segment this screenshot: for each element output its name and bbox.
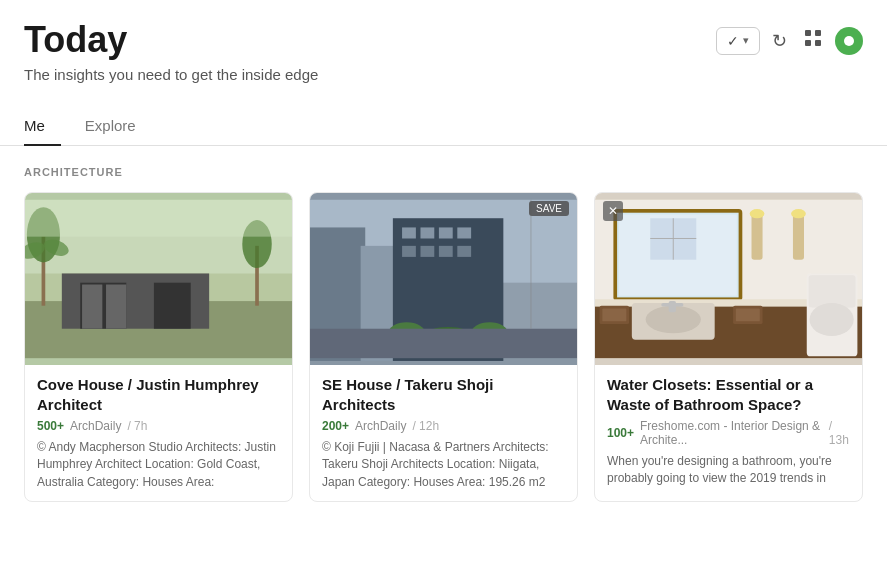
svg-rect-25 xyxy=(420,227,434,238)
architecture-section: ARCHITECTURE xyxy=(0,146,887,503)
svg-rect-60 xyxy=(809,275,856,307)
status-indicator[interactable] xyxy=(835,27,863,55)
tab-explore[interactable]: Explore xyxy=(85,107,152,146)
svg-rect-35 xyxy=(310,328,577,357)
svg-rect-11 xyxy=(106,284,126,328)
card-2-illustration xyxy=(310,193,577,365)
card-2-source: ArchDaily xyxy=(355,419,406,433)
card-2-meta: 200+ ArchDaily / 12h xyxy=(322,419,565,433)
svg-rect-31 xyxy=(457,245,471,256)
page-header: Today The insights you need to get the i… xyxy=(0,0,887,83)
card-1-title: Cove House / Justin Humphrey Architect xyxy=(37,375,280,416)
card-1-illustration xyxy=(25,193,292,365)
card-1-description: © Andy Macpherson Studio Architects: Jus… xyxy=(37,439,280,491)
card-1-body: Cove House / Justin Humphrey Architect 5… xyxy=(25,365,292,502)
card-3-description: When you're designing a bathroom, you're… xyxy=(607,453,850,488)
svg-rect-54 xyxy=(661,303,683,307)
chevron-down-icon: ▾ xyxy=(743,34,749,47)
svg-rect-28 xyxy=(402,245,416,256)
svg-rect-1 xyxy=(815,30,821,36)
svg-point-46 xyxy=(750,209,765,218)
svg-rect-29 xyxy=(420,245,434,256)
svg-point-48 xyxy=(791,209,806,218)
card-1-meta: 500+ ArchDaily / 7h xyxy=(37,419,280,433)
card-2-body: SE House / Takeru Shoji Architects 200+ … xyxy=(310,365,577,502)
card-3-meta: 100+ Freshome.com - Interior Design & Ar… xyxy=(607,419,850,447)
header-toolbar: ✓ ▾ ↻ xyxy=(716,24,863,57)
dot-inner xyxy=(844,36,854,46)
card-2[interactable]: SAVE SE House / Takeru Shoji Architects … xyxy=(309,192,578,503)
card-1-time: / 7h xyxy=(127,419,147,433)
filter-button[interactable]: ✓ ▾ xyxy=(716,27,760,55)
svg-rect-18 xyxy=(25,199,292,236)
card-2-time: / 12h xyxy=(412,419,439,433)
svg-rect-24 xyxy=(402,227,416,238)
page-title: Today xyxy=(24,20,318,60)
grid-view-button[interactable] xyxy=(799,24,827,57)
svg-rect-3 xyxy=(815,40,821,46)
svg-rect-27 xyxy=(457,227,471,238)
card-3-body: Water Closets: Essential or a Waste of B… xyxy=(595,365,862,498)
section-label: ARCHITECTURE xyxy=(24,166,863,178)
card-3-image: ✕ xyxy=(595,193,862,365)
card-1[interactable]: Cove House / Justin Humphrey Architect 5… xyxy=(24,192,293,503)
card-3-source: Freshome.com - Interior Design & Archite… xyxy=(640,419,823,447)
tab-me[interactable]: Me xyxy=(24,107,61,146)
svg-rect-47 xyxy=(793,213,804,259)
svg-rect-26 xyxy=(439,227,453,238)
svg-rect-2 xyxy=(805,40,811,46)
card-3-time: / 13h xyxy=(829,419,850,447)
card-2-badge: SAVE xyxy=(529,201,569,216)
svg-rect-30 xyxy=(439,245,453,256)
card-2-description: © Koji Fujii | Nacasa & Partners Archite… xyxy=(322,439,565,491)
svg-rect-56 xyxy=(602,308,626,321)
svg-point-61 xyxy=(810,303,854,336)
card-3-count: 100+ xyxy=(607,426,634,440)
svg-rect-9 xyxy=(154,282,191,328)
grid-icon xyxy=(803,28,823,48)
cards-grid: Cove House / Justin Humphrey Architect 5… xyxy=(24,192,863,503)
svg-rect-0 xyxy=(805,30,811,36)
card-1-image xyxy=(25,193,292,365)
card-1-count: 500+ xyxy=(37,419,64,433)
svg-rect-45 xyxy=(752,213,763,259)
header-left: Today The insights you need to get the i… xyxy=(24,20,318,83)
card-3-close-btn[interactable]: ✕ xyxy=(603,201,623,221)
page-subtitle: The insights you need to get the inside … xyxy=(24,66,318,83)
card-2-title: SE House / Takeru Shoji Architects xyxy=(322,375,565,416)
card-3[interactable]: ✕ Water Closets: Essential or a Waste of… xyxy=(594,192,863,503)
card-2-count: 200+ xyxy=(322,419,349,433)
card-3-illustration xyxy=(595,193,862,365)
tabs-nav: Me Explore xyxy=(0,107,887,146)
svg-rect-10 xyxy=(82,284,102,328)
card-3-title: Water Closets: Essential or a Waste of B… xyxy=(607,375,850,416)
card-1-source: ArchDaily xyxy=(70,419,121,433)
svg-rect-53 xyxy=(669,301,676,312)
checkmark-icon: ✓ xyxy=(727,33,739,49)
card-2-image: SAVE xyxy=(310,193,577,365)
svg-rect-58 xyxy=(736,308,760,321)
refresh-button[interactable]: ↻ xyxy=(768,26,791,56)
